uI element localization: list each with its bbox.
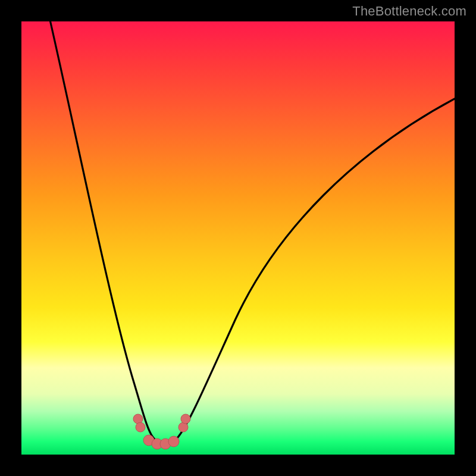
- marker-dot: [178, 422, 188, 432]
- watermark-text: TheBottleneck.com: [352, 4, 466, 19]
- marker-group: [133, 414, 190, 449]
- marker-dot: [133, 414, 143, 424]
- marker-dot: [168, 436, 179, 447]
- chart-svg: [21, 21, 455, 455]
- marker-dot: [136, 422, 145, 432]
- chart-plot-area: [21, 21, 455, 455]
- bottleneck-curve: [48, 10, 455, 443]
- marker-dot: [181, 414, 190, 424]
- chart-frame: TheBottleneck.com: [0, 0, 476, 476]
